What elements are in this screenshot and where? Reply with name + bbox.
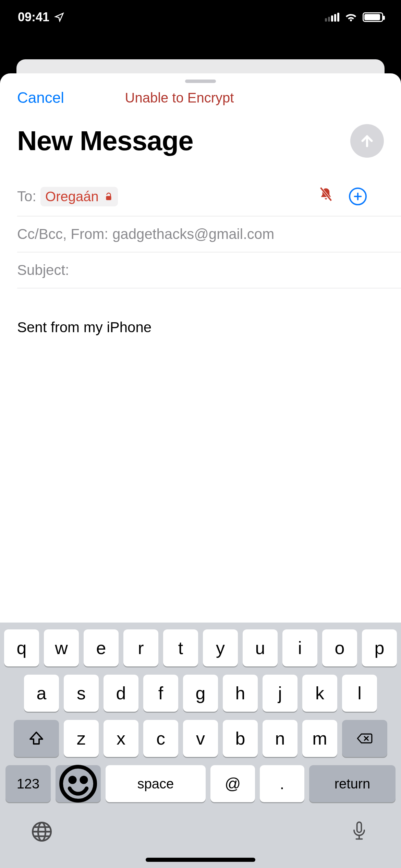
key-t[interactable]: t	[163, 629, 198, 666]
plus-icon	[353, 192, 363, 201]
backspace-key[interactable]	[342, 720, 387, 757]
svg-point-5	[82, 777, 86, 782]
key-v[interactable]: v	[183, 720, 218, 757]
key-i[interactable]: i	[282, 629, 317, 666]
key-f[interactable]: f	[143, 675, 178, 712]
ccbcc-label: Cc/Bcc, From:	[17, 226, 108, 242]
key-n[interactable]: n	[263, 720, 297, 757]
bell-off-icon[interactable]	[319, 186, 333, 206]
key-x[interactable]: x	[104, 720, 138, 757]
send-button[interactable]	[350, 124, 384, 158]
at-key[interactable]: @	[210, 765, 255, 802]
arrow-up-icon	[359, 133, 375, 149]
subject-field[interactable]: Subject:	[17, 252, 401, 288]
key-a[interactable]: a	[24, 675, 59, 712]
return-key[interactable]: return	[309, 765, 396, 802]
subject-label: Subject:	[17, 262, 69, 278]
key-j[interactable]: j	[263, 675, 297, 712]
body-signature: Sent from my iPhone	[17, 319, 384, 336]
key-s[interactable]: s	[64, 675, 99, 712]
add-contact-button[interactable]	[349, 188, 367, 205]
location-arrow-icon	[54, 12, 64, 22]
to-field[interactable]: To: Oregaán	[17, 177, 401, 216]
unlock-icon	[104, 189, 113, 204]
compose-title: New Message	[17, 125, 193, 157]
cellular-signal-icon	[325, 13, 339, 22]
key-d[interactable]: d	[104, 675, 138, 712]
space-key[interactable]: space	[106, 765, 206, 802]
key-r[interactable]: r	[123, 629, 158, 666]
svg-rect-0	[106, 196, 111, 200]
keyboard: qwertyuiop asdfghjkl zxcvbnm 123 space @…	[0, 623, 401, 868]
key-z[interactable]: z	[64, 720, 99, 757]
to-label: To:	[17, 188, 36, 205]
key-q[interactable]: q	[4, 629, 39, 666]
numbers-key[interactable]: 123	[5, 765, 51, 802]
svg-rect-8	[357, 822, 362, 832]
message-body[interactable]: Sent from my iPhone	[0, 288, 401, 336]
dot-key[interactable]: .	[260, 765, 304, 802]
recipient-name: Oregaán	[45, 189, 99, 204]
svg-point-4	[70, 777, 75, 782]
key-u[interactable]: u	[243, 629, 278, 666]
home-indicator[interactable]	[146, 858, 255, 862]
key-y[interactable]: y	[203, 629, 238, 666]
encryption-status: Unable to Encrypt	[30, 90, 329, 106]
key-c[interactable]: c	[143, 720, 178, 757]
key-p[interactable]: p	[362, 629, 397, 666]
key-e[interactable]: e	[84, 629, 119, 666]
dictation-key[interactable]	[348, 821, 370, 844]
microphone-icon	[348, 821, 370, 843]
key-m[interactable]: m	[302, 720, 337, 757]
shift-key[interactable]	[14, 720, 59, 757]
recipient-chip[interactable]: Oregaán	[40, 187, 118, 206]
backspace-icon	[356, 730, 373, 747]
status-bar: 09:41	[0, 0, 401, 34]
compose-sheet: Cancel Unable to Encrypt New Message To:…	[0, 73, 401, 868]
key-g[interactable]: g	[183, 675, 218, 712]
ccbcc-from-field[interactable]: Cc/Bcc, From: gadgethacks@gmail.com	[17, 216, 401, 252]
key-b[interactable]: b	[223, 720, 258, 757]
sheet-grabber[interactable]	[185, 80, 216, 83]
wifi-icon	[344, 11, 358, 23]
emoji-key[interactable]	[56, 765, 101, 802]
globe-icon	[31, 821, 53, 843]
status-time: 09:41	[18, 10, 49, 24]
globe-key[interactable]	[31, 821, 53, 844]
from-address: gadgethacks@gmail.com	[112, 226, 274, 242]
key-o[interactable]: o	[322, 629, 357, 666]
key-k[interactable]: k	[302, 675, 337, 712]
key-w[interactable]: w	[44, 629, 79, 666]
battery-icon	[363, 12, 383, 22]
key-l[interactable]: l	[342, 675, 377, 712]
shift-icon	[28, 730, 45, 747]
key-h[interactable]: h	[223, 675, 258, 712]
emoji-icon	[56, 761, 101, 806]
